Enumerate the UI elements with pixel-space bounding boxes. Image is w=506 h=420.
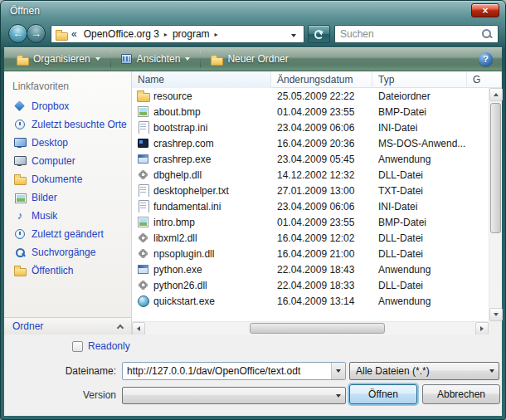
horizontal-scrollbar[interactable]: [132, 321, 489, 335]
window-title: Öffnen: [10, 5, 40, 17]
breadcrumb-overflow-button[interactable]: «: [70, 28, 79, 40]
views-button[interactable]: Ansichten: [114, 51, 198, 67]
filename-label: Dateiname:: [4, 365, 116, 377]
app-icon: [137, 263, 149, 276]
cancel-button[interactable]: Abbrechen: [422, 384, 500, 404]
file-date: 23.04.2009 06:06: [271, 201, 372, 212]
public-folder-icon: [14, 265, 26, 276]
vertical-scrollbar[interactable]: [489, 88, 502, 321]
file-name: npsoplugin.dll: [153, 248, 214, 260]
sidebar-item-pictures[interactable]: Bilder: [4, 188, 131, 207]
chevron-down-icon: [291, 34, 296, 37]
file-type: BMP-Datei: [372, 217, 467, 228]
documents-folder-icon: [14, 173, 26, 185]
filename-combobox[interactable]: [122, 362, 346, 380]
column-header-type[interactable]: Typ: [372, 71, 467, 88]
file-row[interactable]: python.exe 22.04.2009 18:43 Anwendung: [132, 261, 489, 277]
file-name: crashrep.exe: [153, 154, 211, 165]
search-box[interactable]: [334, 25, 499, 43]
file-row[interactable]: bootstrap.ini 23.04.2009 06:06 INI-Datei: [132, 120, 489, 135]
chevron-down-icon: [489, 369, 494, 373]
file-name: crashrep.com: [153, 138, 214, 149]
file-type: Anwendung: [372, 264, 467, 276]
new-folder-button[interactable]: Neuer Ordner: [203, 51, 295, 67]
sidebar-item-computer[interactable]: Computer: [4, 152, 131, 170]
sidebar-item-desktop[interactable]: Desktop: [4, 134, 131, 152]
back-button[interactable]: ←: [8, 24, 27, 43]
file-list: Name Änderungsdatum Typ G resource 25.05…: [132, 71, 502, 335]
filetype-dropdown-button[interactable]: [484, 369, 499, 373]
filetype-select[interactable]: Alle Dateien (*.*): [349, 362, 499, 380]
dll-icon: [137, 168, 149, 181]
refresh-icon: [314, 29, 324, 40]
file-type: DLL-Datei: [372, 280, 467, 291]
file-date: 27.01.2009 13:00: [271, 185, 372, 197]
forward-button[interactable]: →: [27, 24, 46, 43]
scroll-right-button[interactable]: [475, 322, 489, 335]
filename-dropdown-button[interactable]: [331, 363, 345, 379]
file-name: about.bmp: [153, 106, 201, 118]
sidebar-item-label: Desktop: [32, 137, 68, 149]
sidebar-item-search-folder[interactable]: Suchvorgänge: [4, 243, 131, 261]
sidebar-item-recent-places[interactable]: Zuletzt besuchte Orte: [4, 115, 131, 134]
sidebar-item-music-note[interactable]: ♪ Musik: [4, 207, 131, 225]
address-folder-icon: [56, 29, 67, 39]
file-name: intro.bmp: [153, 217, 195, 228]
file-date: 23.04.2009 05:45: [271, 154, 372, 165]
vertical-scroll-thumb[interactable]: [490, 103, 501, 233]
readonly-checkbox[interactable]: [72, 341, 83, 352]
refresh-button[interactable]: [308, 25, 330, 43]
readonly-label[interactable]: Readonly: [88, 340, 130, 352]
file-type: DLL-Datei: [372, 169, 467, 181]
file-row[interactable]: intro.bmp 01.04.2009 23:55 BMP-Datei: [132, 214, 489, 230]
help-button[interactable]: ?: [479, 52, 493, 66]
views-label: Ansichten: [137, 53, 181, 65]
sidebar-item-label: Öffentlich: [32, 265, 73, 276]
horizontal-scroll-thumb[interactable]: [250, 323, 385, 334]
file-row[interactable]: about.bmp 01.04.2009 23:55 BMP-Datei: [132, 104, 489, 120]
file-row[interactable]: desktophelper.txt 27.01.2009 13:00 TXT-D…: [132, 183, 489, 198]
close-button[interactable]: ×: [471, 3, 499, 17]
title-bar[interactable]: Öffnen ×: [1, 1, 505, 22]
breadcrumb[interactable]: « OpenOffice.org 3 ▸ program ▸: [51, 25, 304, 43]
scroll-up-button[interactable]: [489, 88, 503, 101]
file-row[interactable]: resource 25.05.2009 22:22 Dateiordner: [132, 88, 489, 104]
file-row[interactable]: crashrep.com 16.04.2009 20:36 MS-DOS-Anw…: [132, 135, 489, 151]
file-row[interactable]: fundamental.ini 23.04.2009 06:06 INI-Dat…: [132, 198, 489, 214]
breadcrumb-item-program[interactable]: program: [170, 28, 212, 40]
sidebar-item-recent-changed[interactable]: Zuletzt geändert: [4, 225, 131, 243]
scroll-left-button[interactable]: [132, 322, 145, 335]
file-name: resource: [153, 90, 192, 102]
filename-input[interactable]: [123, 363, 331, 379]
file-row[interactable]: libxml2.dll 16.04.2009 12:02 DLL-Datei: [132, 230, 489, 246]
sidebar-item-public-folder[interactable]: Öffentlich: [4, 261, 131, 280]
triangle-down-icon: [494, 313, 499, 316]
sidebar-item-documents-folder[interactable]: Dokumente: [4, 170, 131, 188]
version-dropdown-button[interactable]: [331, 394, 345, 398]
file-row[interactable]: npsoplugin.dll 16.04.2009 21:00 DLL-Date…: [132, 246, 489, 261]
file-row[interactable]: crashrep.exe 23.04.2009 05:45 Anwendung: [132, 151, 489, 167]
chevron-down-icon: [185, 57, 190, 61]
open-button[interactable]: Öffnen: [349, 384, 417, 404]
file-row[interactable]: dbghelp.dll 14.12.2002 12:32 DLL-Datei: [132, 167, 489, 183]
toolbar: Organisieren Ansichten Neuer Ordner ?: [4, 47, 502, 71]
column-header-date[interactable]: Änderungsdatum: [271, 71, 372, 88]
breadcrumb-dropdown-button[interactable]: [288, 28, 299, 40]
search-input[interactable]: [340, 28, 481, 40]
file-type: Anwendung: [372, 154, 467, 165]
scroll-down-button[interactable]: [489, 308, 503, 321]
folders-bar[interactable]: Ordner: [4, 317, 131, 335]
breadcrumb-item-openoffice[interactable]: OpenOffice.org 3: [81, 28, 162, 40]
file-type: DLL-Datei: [372, 232, 467, 244]
organize-button[interactable]: Organisieren: [9, 51, 108, 67]
dialog-client-area: Organisieren Ansichten Neuer Ordner ? Li…: [4, 47, 502, 416]
version-select[interactable]: [122, 387, 346, 404]
column-header-size[interactable]: G: [467, 71, 502, 88]
sidebar-header: Linkfavoriten: [4, 77, 131, 97]
file-row[interactable]: python26.dll 22.04.2009 18:33 DLL-Datei: [132, 277, 489, 293]
sidebar-item-dropbox[interactable]: Dropbox: [4, 97, 131, 115]
file-row[interactable]: quickstart.exe 16.04.2009 13:14 Anwendun…: [132, 293, 489, 309]
file-type: Dateiordner: [372, 90, 467, 102]
column-header-name[interactable]: Name: [132, 71, 271, 88]
new-folder-label: Neuer Ordner: [227, 53, 288, 65]
